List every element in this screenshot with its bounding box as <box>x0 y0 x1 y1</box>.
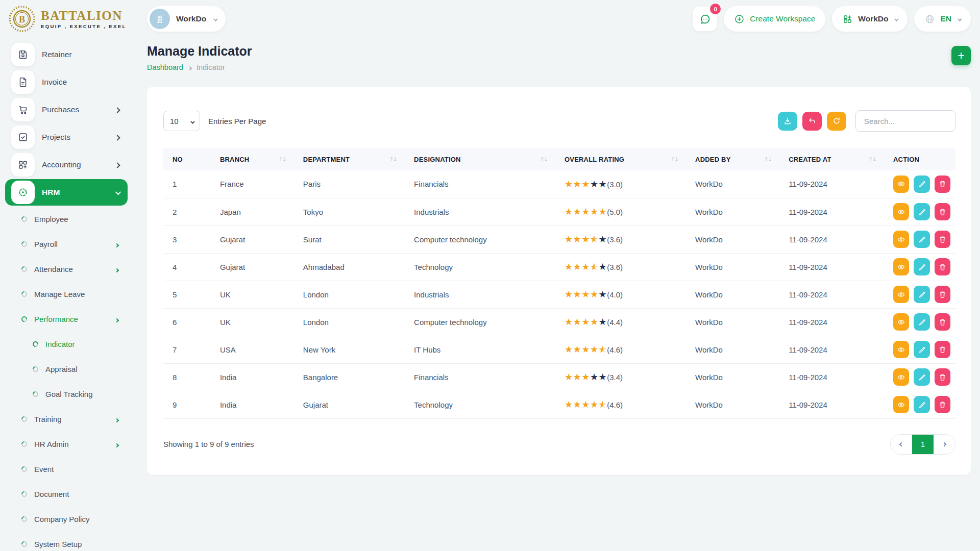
sidebar-subitem-performance[interactable]: Performance <box>0 307 133 332</box>
brand-logo[interactable]: B BATTALION EQUIP , EXECUTE , EXEL <box>0 0 133 38</box>
edit-button[interactable] <box>914 396 929 413</box>
sidebar-item-accounting[interactable]: Accounting <box>5 152 128 178</box>
star-rating: ★★★★★ <box>565 317 607 327</box>
star-full-icon: ★ <box>581 345 590 354</box>
breadcrumb-dashboard-link[interactable]: Dashboard <box>147 63 183 71</box>
sort-icon[interactable]: ↑↓ <box>278 156 285 163</box>
chevron-right-icon <box>942 442 946 446</box>
workdo-menu-button[interactable]: WorkDo <box>832 6 908 32</box>
delete-button[interactable] <box>935 203 950 220</box>
cell-branch: UK <box>215 281 298 308</box>
sidebar-item-label: Purchases <box>42 105 79 114</box>
sort-icon[interactable]: ↑↓ <box>389 156 397 163</box>
cell-no: 2 <box>163 198 215 226</box>
column-header-department[interactable]: DEPARTMENT↑↓ <box>298 148 409 170</box>
app-window: B BATTALION EQUIP , EXECUTE , EXEL Retai… <box>0 0 980 551</box>
edit-button[interactable] <box>914 286 929 303</box>
rating-value: (5.0) <box>607 208 623 216</box>
sidebar-subitem-training[interactable]: Training <box>0 407 133 432</box>
edit-button[interactable] <box>914 368 929 386</box>
delete-button[interactable] <box>935 313 950 331</box>
column-header-branch[interactable]: BRANCH↑↓ <box>215 148 298 170</box>
view-button[interactable] <box>893 176 909 193</box>
delete-button[interactable] <box>935 176 950 193</box>
sort-icon[interactable]: ↑↓ <box>764 156 771 163</box>
view-button[interactable] <box>893 368 909 386</box>
cell-action <box>888 226 955 253</box>
next-page-button[interactable] <box>934 435 955 454</box>
search-input[interactable] <box>855 110 955 132</box>
view-button[interactable] <box>893 258 909 276</box>
column-header-created-at[interactable]: CREATED AT↑↓ <box>783 148 888 170</box>
cell-designation: Financials <box>409 363 559 391</box>
export-button[interactable] <box>778 112 797 131</box>
sidebar-subitem-label: Employee <box>34 215 68 223</box>
star-full-icon: ★ <box>581 317 590 327</box>
entries-per-page-select[interactable]: 10 <box>163 111 200 131</box>
sidebar-item-retainer[interactable]: Retainer <box>5 41 128 68</box>
sidebar-subitem-system-setup[interactable]: System Setup <box>0 532 133 551</box>
sidebar-item-invoice[interactable]: Invoice <box>5 69 128 95</box>
sidebar-subitem-company-policy[interactable]: Company Policy <box>0 507 133 532</box>
sort-icon[interactable]: ↑↓ <box>869 156 876 163</box>
cell-action <box>888 253 955 281</box>
delete-button[interactable] <box>935 341 950 358</box>
bullet-icon <box>20 265 29 273</box>
column-header-overall-rating[interactable]: OVERALL RATING↑↓ <box>559 148 690 170</box>
view-button[interactable] <box>893 396 909 413</box>
view-button[interactable] <box>893 341 909 358</box>
sidebar-item-purchases[interactable]: Purchases <box>5 96 128 123</box>
sidebar-subitem-attendance[interactable]: Attendance <box>0 257 133 282</box>
edit-button[interactable] <box>914 231 929 248</box>
edit-button[interactable] <box>914 313 929 331</box>
refresh-icon <box>832 116 841 126</box>
current-page[interactable]: 1 <box>912 435 934 454</box>
star-full-icon: ★ <box>565 235 573 244</box>
edit-button[interactable] <box>914 341 929 358</box>
delete-button[interactable] <box>935 396 950 413</box>
sidebar-subitem-appraisal[interactable]: Appraisal <box>0 357 133 382</box>
sidebar-subitem-indicator[interactable]: Indicator <box>0 332 133 357</box>
edit-button[interactable] <box>914 258 929 276</box>
edit-button[interactable] <box>914 203 929 220</box>
sidebar-subitem-manage-leave[interactable]: Manage Leave <box>0 282 133 307</box>
sidebar-item-label: HRM <box>42 188 60 197</box>
chevron-right-icon <box>115 160 119 169</box>
showing-entries-text: Showing 1 to 9 of 9 entries <box>163 440 254 448</box>
sidebar-subitem-goal-tracking[interactable]: Goal Tracking <box>0 382 133 407</box>
sidebar-subitem-event[interactable]: Event <box>0 457 133 482</box>
column-header-added-by[interactable]: ADDED BY↑↓ <box>690 148 783 170</box>
column-header-designation[interactable]: DESIGNATION↑↓ <box>409 148 559 170</box>
sidebar-item-hrm[interactable]: HRM <box>5 179 128 206</box>
create-indicator-button[interactable]: + <box>951 46 971 65</box>
sidebar-subitem-employee[interactable]: Employee <box>0 207 133 232</box>
previous-page-button[interactable] <box>891 435 912 454</box>
edit-button[interactable] <box>914 176 929 193</box>
sidebar-subitem-label: System Setup <box>34 540 82 548</box>
sidebar-subitem-payroll[interactable]: Payroll <box>0 232 133 257</box>
sort-icon[interactable]: ↑↓ <box>540 156 547 163</box>
delete-button[interactable] <box>935 231 950 248</box>
delete-button[interactable] <box>935 258 950 276</box>
sidebar-subitem-document[interactable]: Document <box>0 482 133 507</box>
sidebar-item-label: Retainer <box>42 50 72 59</box>
language-selector[interactable]: EN <box>914 6 971 32</box>
view-button[interactable] <box>893 286 909 303</box>
messages-button[interactable]: 0 <box>693 7 717 31</box>
sidebar-item-projects[interactable]: Projects <box>5 124 128 151</box>
sidebar-subitem-label: Event <box>34 465 54 473</box>
sort-icon[interactable]: ↑↓ <box>671 156 678 163</box>
create-workspace-button[interactable]: Create Workspace <box>724 6 825 32</box>
create-workspace-label: Create Workspace <box>750 14 815 23</box>
undo-button[interactable] <box>802 112 822 131</box>
sidebar-subitem-hr-admin[interactable]: HR Admin <box>0 432 133 457</box>
delete-button[interactable] <box>935 286 950 303</box>
refresh-button[interactable] <box>827 112 846 131</box>
workspace-selector[interactable]: WorkDo <box>147 6 226 32</box>
cell-action <box>888 336 955 363</box>
view-button[interactable] <box>893 231 909 248</box>
view-button[interactable] <box>893 313 909 331</box>
chevron-down-icon <box>958 14 961 23</box>
view-button[interactable] <box>893 203 909 220</box>
delete-button[interactable] <box>935 368 950 386</box>
